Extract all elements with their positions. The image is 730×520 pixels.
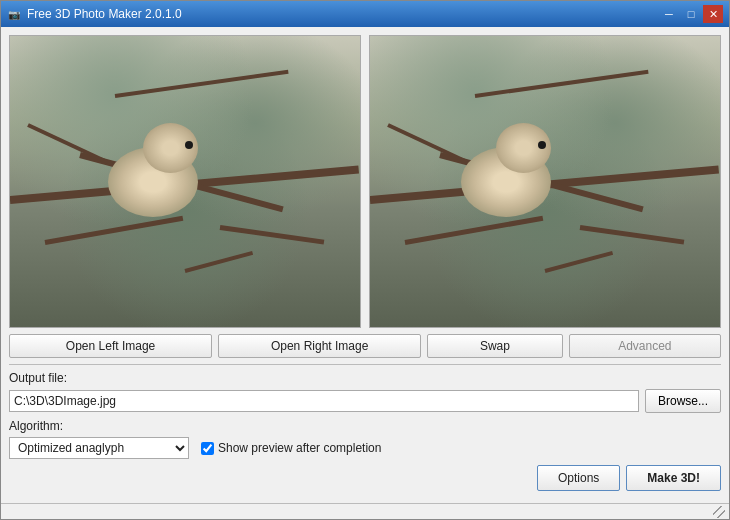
open-right-button[interactable]: Open Right Image xyxy=(218,334,421,358)
preview-checkbox-label[interactable]: Show preview after completion xyxy=(201,441,381,455)
make3d-button[interactable]: Make 3D! xyxy=(626,465,721,491)
algorithm-row: Optimized anaglyph True anaglyph Gray an… xyxy=(9,437,721,459)
swap-button[interactable]: Swap xyxy=(427,334,562,358)
title-buttons: ─ □ ✕ xyxy=(659,5,723,23)
resize-grip xyxy=(713,506,725,518)
left-image-scene xyxy=(10,36,360,327)
left-image-box xyxy=(9,35,361,328)
browse-button[interactable]: Browse... xyxy=(645,389,721,413)
preview-label-text: Show preview after completion xyxy=(218,441,381,455)
separator-1 xyxy=(9,364,721,365)
status-bar xyxy=(1,503,729,519)
algorithm-label: Algorithm: xyxy=(9,419,721,433)
output-section: Output file: Browse... xyxy=(9,371,721,413)
window-title: Free 3D Photo Maker 2.0.1.0 xyxy=(27,7,182,21)
minimize-button[interactable]: ─ xyxy=(659,5,679,23)
preview-checkbox[interactable] xyxy=(201,442,214,455)
title-bar: 📷 Free 3D Photo Maker 2.0.1.0 ─ □ ✕ xyxy=(1,1,729,27)
title-bar-left: 📷 Free 3D Photo Maker 2.0.1.0 xyxy=(7,7,182,21)
advanced-button[interactable]: Advanced xyxy=(569,334,721,358)
image-panel xyxy=(9,35,721,328)
output-input[interactable] xyxy=(9,390,639,412)
main-window: 📷 Free 3D Photo Maker 2.0.1.0 ─ □ ✕ xyxy=(0,0,730,520)
action-buttons-row: Open Left Image Open Right Image Swap Ad… xyxy=(9,334,721,358)
open-left-button[interactable]: Open Left Image xyxy=(9,334,212,358)
options-button[interactable]: Options xyxy=(537,465,620,491)
close-button[interactable]: ✕ xyxy=(703,5,723,23)
maximize-button[interactable]: □ xyxy=(681,5,701,23)
output-row: Browse... xyxy=(9,389,721,413)
right-image-box xyxy=(369,35,721,328)
app-icon: 📷 xyxy=(7,7,21,21)
right-image-scene xyxy=(370,36,720,327)
main-content: Open Left Image Open Right Image Swap Ad… xyxy=(1,27,729,503)
output-label: Output file: xyxy=(9,371,721,385)
bottom-buttons: Options Make 3D! xyxy=(9,465,721,495)
algorithm-section: Algorithm: Optimized anaglyph True anagl… xyxy=(9,419,721,459)
algorithm-select[interactable]: Optimized anaglyph True anaglyph Gray an… xyxy=(9,437,189,459)
